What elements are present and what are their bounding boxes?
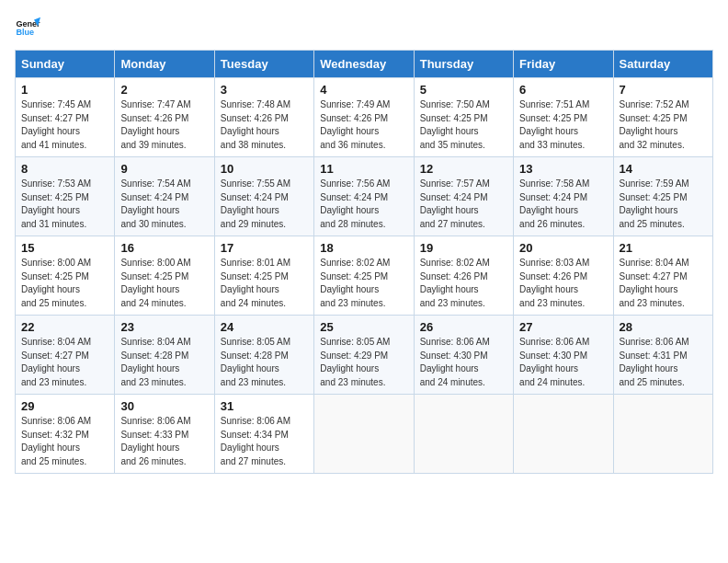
day-cell-4: 4 Sunrise: 7:49 AMSunset: 4:26 PMDayligh… [314,78,414,157]
day-number: 16 [120,241,208,255]
day-cell-9: 9 Sunrise: 7:54 AMSunset: 4:24 PMDayligh… [115,157,214,236]
day-info: Sunrise: 7:50 AMSunset: 4:25 PMDaylight … [420,99,490,150]
day-info: Sunrise: 7:54 AMSunset: 4:24 PMDaylight … [120,178,190,229]
calendar-week-1: 1 Sunrise: 7:45 AMSunset: 4:27 PMDayligh… [16,78,713,157]
day-cell-27: 27 Sunrise: 8:06 AMSunset: 4:30 PMDaylig… [514,316,613,395]
day-info: Sunrise: 8:04 AMSunset: 4:28 PMDaylight … [120,337,190,387]
day-info: Sunrise: 8:06 AMSunset: 4:34 PMDaylight … [221,416,290,466]
empty-cell [314,395,414,474]
day-info: Sunrise: 8:05 AMSunset: 4:29 PMDaylight … [320,337,390,387]
day-number: 13 [519,162,607,176]
day-number: 28 [620,320,707,334]
day-info: Sunrise: 8:04 AMSunset: 4:27 PMDaylight … [620,258,689,308]
day-info: Sunrise: 7:55 AMSunset: 4:24 PMDaylight … [221,178,290,229]
day-info: Sunrise: 7:52 AMSunset: 4:25 PMDaylight … [620,99,689,150]
day-info: Sunrise: 8:04 AMSunset: 4:27 PMDaylight … [21,337,91,387]
day-cell-25: 25 Sunrise: 8:05 AMSunset: 4:29 PMDaylig… [314,316,414,395]
day-cell-21: 21 Sunrise: 8:04 AMSunset: 4:27 PMDaylig… [613,236,712,316]
day-cell-30: 30 Sunrise: 8:06 AMSunset: 4:33 PMDaylig… [115,395,214,474]
day-number: 24 [221,320,308,334]
day-cell-14: 14 Sunrise: 7:59 AMSunset: 4:25 PMDaylig… [613,157,712,236]
day-cell-5: 5 Sunrise: 7:50 AMSunset: 4:25 PMDayligh… [414,78,513,157]
day-number: 25 [320,320,407,334]
day-cell-13: 13 Sunrise: 7:58 AMSunset: 4:24 PMDaylig… [514,157,613,236]
day-number: 12 [420,162,507,176]
day-info: Sunrise: 8:06 AMSunset: 4:30 PMDaylight … [420,337,490,387]
day-cell-26: 26 Sunrise: 8:06 AMSunset: 4:30 PMDaylig… [414,316,513,395]
day-info: Sunrise: 7:49 AMSunset: 4:26 PMDaylight … [320,99,390,150]
day-cell-31: 31 Sunrise: 8:06 AMSunset: 4:34 PMDaylig… [214,395,313,474]
day-info: Sunrise: 7:45 AMSunset: 4:27 PMDaylight … [21,99,91,150]
day-info: Sunrise: 8:06 AMSunset: 4:30 PMDaylight … [519,337,589,387]
day-info: Sunrise: 8:02 AMSunset: 4:26 PMDaylight … [420,258,490,308]
day-cell-17: 17 Sunrise: 8:01 AMSunset: 4:25 PMDaylig… [214,236,313,316]
day-cell-16: 16 Sunrise: 8:00 AMSunset: 4:25 PMDaylig… [115,236,214,316]
day-info: Sunrise: 8:01 AMSunset: 4:25 PMDaylight … [221,258,290,308]
empty-cell [414,395,513,474]
day-info: Sunrise: 8:06 AMSunset: 4:32 PMDaylight … [21,416,91,466]
calendar-week-5: 29 Sunrise: 8:06 AMSunset: 4:32 PMDaylig… [16,395,713,474]
day-cell-8: 8 Sunrise: 7:53 AMSunset: 4:25 PMDayligh… [16,157,115,236]
day-number: 9 [120,162,208,176]
day-number: 14 [620,162,707,176]
day-number: 19 [420,241,507,255]
day-cell-23: 23 Sunrise: 8:04 AMSunset: 4:28 PMDaylig… [115,316,214,395]
day-cell-15: 15 Sunrise: 8:00 AMSunset: 4:25 PMDaylig… [16,236,115,316]
day-number: 31 [221,399,308,413]
day-number: 29 [21,399,108,413]
day-header-monday: Monday [115,51,214,78]
day-header-wednesday: Wednesday [314,51,414,78]
day-header-sunday: Sunday [16,51,115,78]
day-number: 18 [320,241,407,255]
svg-text:Blue: Blue [16,28,34,37]
page-header: General Blue [15,15,713,40]
day-number: 10 [221,162,308,176]
day-info: Sunrise: 7:47 AMSunset: 4:26 PMDaylight … [120,99,190,150]
day-info: Sunrise: 8:00 AMSunset: 4:25 PMDaylight … [21,258,91,308]
day-info: Sunrise: 8:00 AMSunset: 4:25 PMDaylight … [120,258,190,308]
day-header-tuesday: Tuesday [214,51,313,78]
day-info: Sunrise: 8:03 AMSunset: 4:26 PMDaylight … [519,258,589,308]
empty-cell [514,395,613,474]
day-number: 21 [620,241,707,255]
day-info: Sunrise: 7:57 AMSunset: 4:24 PMDaylight … [420,178,490,229]
day-info: Sunrise: 7:56 AMSunset: 4:24 PMDaylight … [320,178,390,229]
calendar-table: SundayMondayTuesdayWednesdayThursdayFrid… [15,50,713,474]
calendar-week-2: 8 Sunrise: 7:53 AMSunset: 4:25 PMDayligh… [16,157,713,236]
day-number: 27 [519,320,607,334]
day-cell-2: 2 Sunrise: 7:47 AMSunset: 4:26 PMDayligh… [115,78,214,157]
day-cell-19: 19 Sunrise: 8:02 AMSunset: 4:26 PMDaylig… [414,236,513,316]
day-cell-3: 3 Sunrise: 7:48 AMSunset: 4:26 PMDayligh… [214,78,313,157]
day-number: 15 [21,241,108,255]
logo-icon: General Blue [15,15,40,40]
day-cell-10: 10 Sunrise: 7:55 AMSunset: 4:24 PMDaylig… [214,157,313,236]
day-info: Sunrise: 7:59 AMSunset: 4:25 PMDaylight … [620,178,689,229]
day-number: 6 [519,83,607,97]
day-header-saturday: Saturday [613,51,712,78]
day-cell-20: 20 Sunrise: 8:03 AMSunset: 4:26 PMDaylig… [514,236,613,316]
day-info: Sunrise: 7:48 AMSunset: 4:26 PMDaylight … [221,99,290,150]
day-number: 26 [420,320,507,334]
day-number: 17 [221,241,308,255]
calendar-week-4: 22 Sunrise: 8:04 AMSunset: 4:27 PMDaylig… [16,316,713,395]
day-number: 5 [420,83,507,97]
day-number: 4 [320,83,407,97]
day-info: Sunrise: 7:58 AMSunset: 4:24 PMDaylight … [519,178,589,229]
day-info: Sunrise: 8:06 AMSunset: 4:33 PMDaylight … [120,416,190,466]
day-cell-12: 12 Sunrise: 7:57 AMSunset: 4:24 PMDaylig… [414,157,513,236]
calendar-header-row: SundayMondayTuesdayWednesdayThursdayFrid… [16,51,713,78]
day-header-friday: Friday [514,51,613,78]
day-number: 20 [519,241,607,255]
day-number: 2 [120,83,208,97]
day-cell-11: 11 Sunrise: 7:56 AMSunset: 4:24 PMDaylig… [314,157,414,236]
day-number: 8 [21,162,108,176]
day-info: Sunrise: 7:51 AMSunset: 4:25 PMDaylight … [519,99,589,150]
day-cell-29: 29 Sunrise: 8:06 AMSunset: 4:32 PMDaylig… [16,395,115,474]
day-number: 30 [120,399,208,413]
day-cell-28: 28 Sunrise: 8:06 AMSunset: 4:31 PMDaylig… [613,316,712,395]
day-cell-6: 6 Sunrise: 7:51 AMSunset: 4:25 PMDayligh… [514,78,613,157]
day-number: 1 [21,83,108,97]
day-info: Sunrise: 7:53 AMSunset: 4:25 PMDaylight … [21,178,91,229]
day-info: Sunrise: 8:05 AMSunset: 4:28 PMDaylight … [221,337,290,387]
day-cell-7: 7 Sunrise: 7:52 AMSunset: 4:25 PMDayligh… [613,78,712,157]
